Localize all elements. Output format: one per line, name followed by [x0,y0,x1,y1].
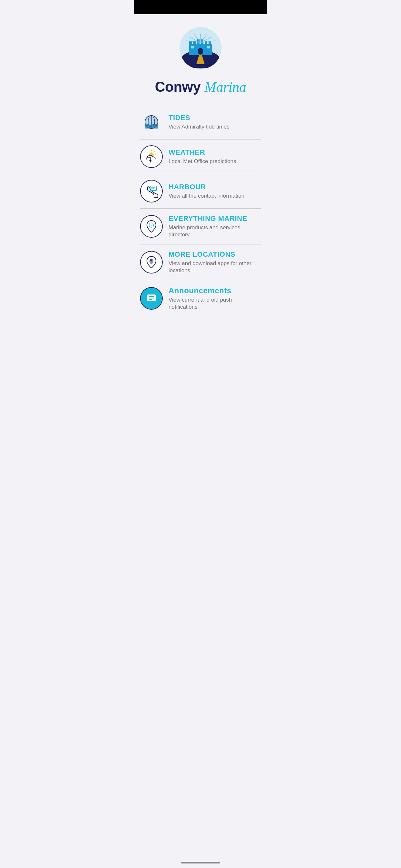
logo-section [134,14,267,75]
main-content: Conwy Marina [134,14,267,857]
harbour-icon [140,180,163,203]
marine-text: EVERYTHING MARINE Marine products and se… [168,214,261,238]
harbour-text: HARBOUR View all the contact information [168,183,261,199]
locations-icon [140,251,163,274]
locations-text: MORE LOCATIONS View and download apps fo… [168,250,261,274]
locations-desc: View and download apps for other locatio… [168,260,261,274]
weather-desc: Local Met Office predictions [168,158,261,165]
weather-text: WEATHER Local Met Office predictions [168,148,261,165]
announcements-icon [140,287,163,310]
title-marina: Marina [204,79,246,95]
svg-rect-10 [198,48,203,55]
home-indicator-bar [181,862,220,864]
home-indicator [134,857,267,868]
tides-desc: View Admiralty tide times [168,123,261,130]
tides-icon [140,111,163,133]
marine-icon: ? [140,215,163,238]
marine-desc: Marine products and services directory [168,224,261,238]
svg-rect-11 [191,46,194,49]
announcements-text: Announcements View current and old push … [168,286,261,311]
menu-item-tides[interactable]: TIDES View Admiralty tide times [140,105,261,140]
announcements-desc: View current and old push notifications [168,297,261,311]
app-logo [180,27,221,69]
menu-item-weather[interactable]: WEATHER Local Met Office predictions [140,140,261,174]
menu-item-announcements[interactable]: Announcements View current and old push … [140,280,261,316]
menu-list: TIDES View Admiralty tide times [134,105,267,317]
svg-rect-12 [207,46,210,49]
weather-icon [140,145,163,168]
weather-label: WEATHER [168,148,261,157]
menu-item-more-locations[interactable]: MORE LOCATIONS View and download apps fo… [140,244,261,280]
harbour-label: HARBOUR [168,183,261,191]
app-title: Conwy Marina [134,75,267,105]
tides-label: TIDES [168,114,261,122]
status-bar [134,0,267,14]
svg-point-39 [150,259,153,264]
svg-rect-9 [209,41,211,45]
harbour-desc: View all the contact information [168,192,261,199]
tides-text: TIDES View Admiralty tide times [168,114,261,130]
menu-item-everything-marine[interactable]: ? EVERYTHING MARINE Marine products and … [140,209,261,244]
menu-item-harbour[interactable]: HARBOUR View all the contact information [140,174,261,209]
svg-text:?: ? [150,223,152,227]
svg-line-27 [154,151,155,152]
announcements-label: Announcements [168,286,261,295]
title-conwy: Conwy [155,79,201,95]
marine-label: EVERYTHING MARINE [168,214,261,223]
locations-label: MORE LOCATIONS [168,250,261,259]
svg-rect-4 [189,41,192,45]
